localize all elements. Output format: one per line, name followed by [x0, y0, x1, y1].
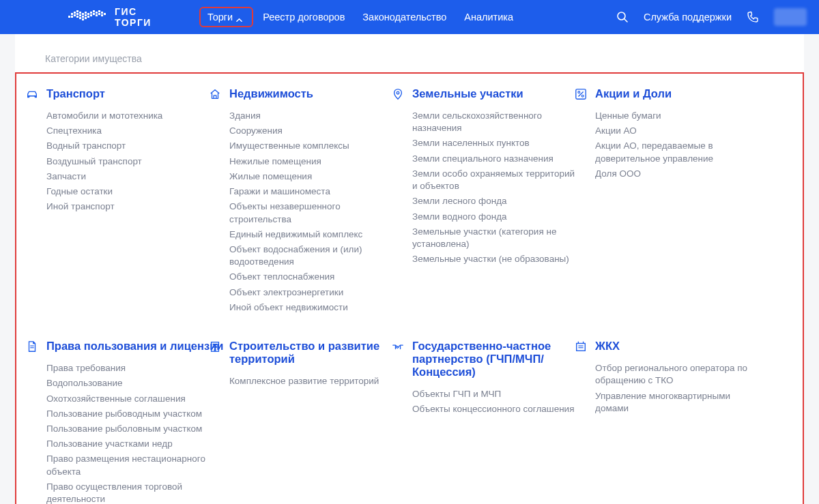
- category-item[interactable]: Отбор регионального оператора по обращен…: [595, 362, 759, 387]
- category-item[interactable]: Объекты концессионного соглашения: [412, 403, 576, 415]
- category-item[interactable]: Сооружения: [229, 125, 393, 137]
- category-title[interactable]: Акции и Доли: [595, 87, 773, 100]
- category-item[interactable]: Пользование рыболовным участком: [46, 423, 210, 435]
- nav-contracts[interactable]: Реестр договоров: [255, 7, 353, 27]
- category-item[interactable]: Здания: [229, 110, 393, 122]
- categories-grid: ТранспортАвтомобили и мототехникаСпецтех…: [15, 72, 804, 504]
- header-right: Служба поддержки: [616, 8, 807, 26]
- logo[interactable]: ГИС ТОРГИ: [68, 6, 152, 28]
- category-title[interactable]: Транспорт: [46, 87, 224, 100]
- category-item[interactable]: Объекты незавершенного строительства: [229, 201, 393, 225]
- main-nav: Торги Реестр договоров Законодательство …: [199, 7, 521, 27]
- chevron-up-icon: [236, 14, 242, 20]
- page-title: Категории имущества: [15, 34, 804, 72]
- svg-point-33: [29, 95, 31, 97]
- category-item[interactable]: Акции АО: [595, 125, 759, 137]
- svg-point-38: [581, 95, 584, 97]
- category-title[interactable]: Недвижимость: [229, 87, 407, 100]
- svg-rect-12: [85, 12, 87, 14]
- category-title-label: Акции и Доли: [595, 87, 672, 100]
- category-item[interactable]: Права требования: [46, 362, 210, 374]
- category-item[interactable]: Земельные участки (не образованы): [412, 253, 576, 265]
- logo-line1: ГИС: [115, 6, 152, 17]
- document-icon: [26, 340, 38, 353]
- category-item[interactable]: Земли водного фонда: [412, 211, 576, 223]
- category-item[interactable]: Объект теплоснабжения: [229, 271, 393, 283]
- category-title[interactable]: Строительство и развитие территорий: [229, 340, 407, 366]
- category-title[interactable]: ЖКХ: [595, 340, 773, 353]
- svg-point-34: [34, 95, 35, 97]
- category-item[interactable]: Имущественные комплексы: [229, 140, 393, 152]
- svg-point-30: [618, 12, 625, 20]
- category-item[interactable]: Иной объект недвижимости: [229, 301, 393, 314]
- category-item[interactable]: Объект водоснабжения и (или) водоотведен…: [229, 243, 393, 268]
- svg-rect-45: [213, 346, 214, 348]
- category-item[interactable]: Объекты ГЧП и МЧП: [412, 388, 576, 400]
- category-block: Акции и ДолиЦенные бумагиАкции АОАкции А…: [595, 87, 773, 314]
- category-item[interactable]: Спецтехника: [46, 125, 210, 137]
- category-item[interactable]: Автомобили и мототехника: [46, 110, 210, 122]
- phone-button[interactable]: [747, 11, 759, 23]
- svg-line-39: [578, 91, 583, 96]
- category-title[interactable]: Государственно-частное партнерство (ГЧП/…: [412, 340, 590, 379]
- nav-law[interactable]: Законодательство: [354, 7, 455, 27]
- svg-rect-6: [76, 16, 78, 18]
- category-block: НедвижимостьЗданияСооруженияИмущественны…: [229, 87, 407, 314]
- category-item[interactable]: Земли особо охраняемых территорий и объе…: [412, 168, 576, 192]
- svg-rect-7: [79, 14, 81, 16]
- svg-rect-27: [85, 17, 87, 19]
- svg-rect-10: [82, 16, 84, 18]
- svg-rect-20: [98, 10, 100, 12]
- category-item[interactable]: Единый недвижимый комплекс: [229, 228, 393, 241]
- svg-rect-43: [213, 344, 214, 345]
- support-link[interactable]: Служба поддержки: [644, 12, 732, 23]
- percent-icon: [575, 88, 587, 100]
- category-item[interactable]: Земли специального назначения: [412, 153, 576, 165]
- category-item[interactable]: Запчасти: [46, 171, 210, 183]
- category-item[interactable]: Гаражи и машиноместа: [229, 186, 393, 198]
- category-item[interactable]: Ценные бумаги: [595, 110, 759, 122]
- category-item[interactable]: Иной транспорт: [46, 201, 210, 213]
- category-title[interactable]: Земельные участки: [412, 87, 590, 100]
- category-item[interactable]: Объект электроэнергетики: [229, 286, 393, 299]
- svg-line-31: [624, 19, 627, 22]
- category-item[interactable]: Водный транспорт: [46, 140, 210, 152]
- nav-analytics[interactable]: Аналитика: [456, 7, 521, 27]
- nav-torgi[interactable]: Торги: [199, 7, 253, 27]
- page: Категории имущества ТранспортАвтомобили …: [0, 34, 819, 504]
- category-title[interactable]: Права пользования и лицензии: [46, 340, 224, 353]
- category-item[interactable]: Земли лесного фонда: [412, 195, 576, 207]
- category-item[interactable]: Комплексное развитие территорий: [229, 375, 393, 387]
- svg-rect-22: [98, 13, 100, 15]
- category-block: Земельные участкиЗемли сельскохозяйствен…: [412, 87, 590, 314]
- category-item[interactable]: Пользование рыбоводным участком: [46, 408, 210, 420]
- svg-rect-44: [216, 344, 217, 345]
- category-item[interactable]: Доля ООО: [595, 168, 759, 180]
- utilities-icon: [575, 340, 587, 353]
- category-item[interactable]: Жилые помещения: [229, 171, 393, 183]
- category-item[interactable]: Право осуществления торговой деятельност…: [46, 481, 210, 504]
- category-item[interactable]: Воздушный транспорт: [46, 155, 210, 168]
- category-block: ТранспортАвтомобили и мототехникаСпецтех…: [46, 87, 224, 314]
- category-item[interactable]: Земли населенных пунктов: [412, 137, 576, 149]
- category-item[interactable]: Пользование участками недр: [46, 438, 210, 450]
- category-item[interactable]: Акции АО, передаваемые в доверительное у…: [595, 140, 759, 164]
- user-account[interactable]: [774, 8, 807, 26]
- svg-rect-15: [87, 16, 89, 18]
- svg-rect-3: [74, 14, 76, 16]
- category-item[interactable]: Охотхозяйственные соглашения: [46, 393, 210, 405]
- svg-rect-47: [214, 349, 216, 352]
- pin-icon: [392, 88, 404, 100]
- category-item[interactable]: Право размещения нестационарного объекта: [46, 453, 210, 477]
- logo-line2: ТОРГИ: [115, 17, 152, 28]
- car-icon: [26, 88, 38, 100]
- category-item[interactable]: Водопользование: [46, 377, 210, 389]
- svg-rect-11: [85, 14, 87, 16]
- category-item[interactable]: Годные остатки: [46, 186, 210, 198]
- category-item[interactable]: Управление многоквартирными домами: [595, 390, 759, 415]
- category-item[interactable]: Нежилые помещения: [229, 155, 393, 168]
- svg-rect-25: [104, 13, 106, 15]
- category-item[interactable]: Земельные участки (категория не установл…: [412, 226, 576, 250]
- search-button[interactable]: [616, 11, 629, 23]
- category-item[interactable]: Земли сельскохозяйственного назначения: [412, 110, 576, 134]
